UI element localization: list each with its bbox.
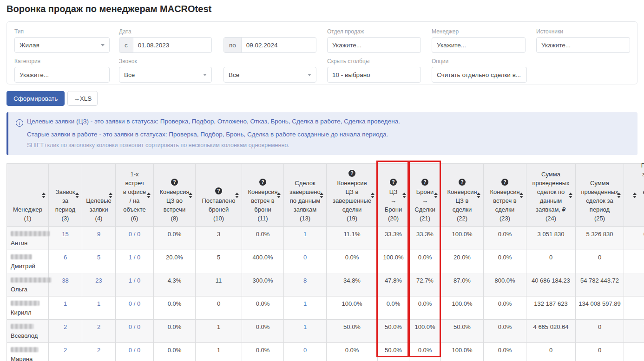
table-cell: 0.0% [409, 250, 441, 273]
cell-value: 34.8% [343, 277, 361, 284]
cell-link[interactable]: 38 [62, 277, 68, 284]
date-from-field[interactable]: с [119, 37, 212, 53]
column-header-3[interactable]: Целевыезаявки(4) [82, 164, 116, 227]
category-input[interactable] [20, 71, 105, 78]
cell-link[interactable]: 15 [62, 231, 68, 238]
cell-value: 800.0% [494, 277, 515, 284]
column-header-4[interactable]: 1-хвстречв офисе/ наобъекте(6) [116, 164, 154, 227]
column-header-text: ЦЗ [389, 187, 397, 196]
help-icon[interactable]: ? [171, 179, 178, 186]
cell-link[interactable]: 0 / 0 [129, 300, 140, 307]
table-cell: 300.0% [242, 273, 284, 297]
column-header-text: за пе [642, 170, 644, 179]
column-header-text: за [62, 196, 68, 205]
column-header-15[interactable]: Суммапроведенныхсделок запериод(25) [576, 164, 624, 227]
cell-link[interactable]: 9 [97, 231, 100, 238]
table-cell: 11 [196, 273, 242, 297]
cell-link[interactable]: 1 [303, 300, 307, 307]
column-header-text: Сумма [541, 170, 560, 179]
cell-link[interactable]: 0 / 0 [129, 231, 140, 238]
table-cell: 3 [196, 227, 242, 250]
export-xls-button[interactable]: →XLS [67, 91, 98, 106]
date-from-input[interactable] [133, 42, 211, 49]
column-header-12[interactable]: ?КонверсияЦЗ всделки(22) [441, 164, 484, 227]
filter-hide-columns: Скрыть столбцы 10 - выбрано [327, 58, 421, 83]
column-header-14[interactable]: Суммапроведенныхсделок поданнымзаявкам, … [526, 164, 576, 227]
help-icon[interactable]: ? [390, 179, 397, 186]
table-cell: 11.1% [327, 227, 378, 250]
column-header-16[interactable]: Постуза пепронедвдансде( [624, 164, 644, 227]
hide-columns-select[interactable]: 10 - выбрано [327, 67, 421, 83]
cell-value: 87.0% [453, 277, 471, 284]
column-header-text: Брони [416, 187, 434, 196]
column-header-text: Заявок [56, 187, 75, 196]
cell-link[interactable]: 1 / 0 [129, 277, 140, 284]
table-cell: 0 [576, 320, 624, 343]
column-header-9[interactable]: ?КонверсияЦЗ взавершенныесделки(19) [327, 164, 378, 227]
manager-input[interactable] [437, 42, 520, 49]
help-icon[interactable]: ? [259, 179, 266, 186]
column-header-5[interactable]: ?КонверсияЦЗ вовстречи(8) [154, 164, 196, 227]
call-select[interactable]: Все [119, 67, 212, 83]
help-icon[interactable]: ? [501, 179, 508, 186]
cell-link[interactable]: 1 / 0 [129, 254, 140, 261]
help-icon[interactable]: ? [215, 187, 222, 194]
cell-link[interactable]: 5 [97, 254, 100, 261]
help-icon[interactable]: ? [348, 170, 355, 177]
filter-call-2: Все [223, 58, 316, 83]
cell-value: 0 [549, 347, 552, 354]
manager-first-name: Марина [11, 355, 45, 361]
column-header-text: → [422, 196, 428, 205]
column-header-2[interactable]: Заявокзапериод(3) [49, 164, 82, 227]
cell-link[interactable]: 2 [97, 323, 100, 330]
cell-link[interactable]: 2 [64, 323, 67, 330]
cell-link[interactable]: 1 [97, 300, 100, 307]
cell-link[interactable]: 0 / 0 [129, 323, 140, 330]
date-to-input[interactable] [242, 42, 316, 49]
table-cell: 4 2 [624, 273, 644, 297]
help-icon[interactable]: ? [421, 179, 428, 186]
table-cell: 0.0% [154, 343, 196, 361]
column-header-6[interactable]: ?Поставленоброней(10) [196, 164, 242, 227]
cell-link[interactable]: 1 [303, 231, 307, 238]
column-header-7[interactable]: ?Конверсиявстреч вброни(11) [242, 164, 284, 227]
column-header-text: завершено [289, 187, 320, 196]
column-header-text: сделок за [586, 196, 613, 205]
column-header-13[interactable]: ?Конверсиявстреч всделки(23) [484, 164, 526, 227]
cell-link[interactable]: 0 / 0 [129, 347, 140, 354]
sort-icon [434, 193, 438, 198]
table-cell: 5 [82, 250, 116, 273]
cell-value: 0 [598, 347, 601, 354]
column-header-11[interactable]: ?Брони→Сделки(21) [409, 164, 441, 227]
manager-surname-redacted [11, 231, 50, 236]
cell-link[interactable]: 2 [97, 347, 100, 354]
cell-link[interactable]: 6 [64, 254, 67, 261]
call-select-2[interactable]: Все [223, 67, 316, 83]
type-select[interactable]: Жилая [14, 37, 110, 53]
help-icon[interactable]: ? [459, 179, 466, 186]
column-header-8[interactable]: Сделокзавершенопо даннымзаявкам(13) [284, 164, 327, 227]
filter-manager: Менеджер [432, 28, 526, 53]
cell-link[interactable]: 1 [303, 323, 307, 330]
sources-input[interactable] [541, 42, 625, 49]
column-header-text: (19) [347, 214, 357, 223]
cell-link[interactable]: 0 [303, 254, 307, 261]
table-cell: 2 [49, 320, 82, 343]
cell-link[interactable]: 1 [64, 300, 67, 307]
manager-cell: Антон [7, 227, 49, 250]
cell-link[interactable]: 8 [303, 277, 307, 284]
column-header-1[interactable]: Менеджер(1) [7, 164, 49, 227]
column-header-10[interactable]: ?ЦЗ→Брони(20) [378, 164, 409, 227]
table-cell: 1 [196, 320, 242, 343]
generate-report-button[interactable]: Сформировать [7, 91, 65, 106]
cell-value: 0.0% [498, 323, 512, 330]
cell-value: 0.0% [345, 254, 359, 261]
column-header-text: период [590, 205, 610, 214]
cell-link[interactable]: 2 [64, 347, 67, 354]
date-to-field[interactable]: по [223, 37, 316, 53]
department-input[interactable] [332, 42, 416, 49]
cell-link[interactable]: 23 [95, 277, 102, 284]
cell-link[interactable]: 0 [303, 347, 307, 354]
options-select[interactable]: Считать отдельно сделки в... [432, 67, 527, 83]
manager-first-name: Ольга [11, 286, 45, 293]
